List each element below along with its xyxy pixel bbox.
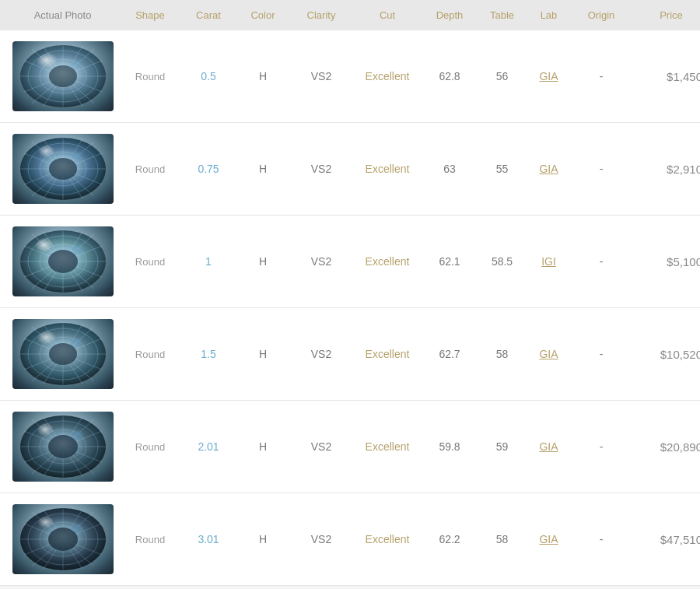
cell-table-6: 58 <box>477 533 527 545</box>
cell-price-5: $20,890 <box>632 440 700 454</box>
svg-point-26 <box>36 145 64 167</box>
cell-shape-3: Round <box>119 256 181 268</box>
cell-table-4: 58 <box>477 348 527 360</box>
cell-price-3: $5,100 <box>632 255 700 268</box>
diamond-photo-3 <box>6 222 119 301</box>
cell-depth-5: 59.8 <box>422 440 477 453</box>
cell-carat-4: 1.5 <box>181 348 236 360</box>
cell-clarity-3: VS2 <box>290 255 352 268</box>
cell-price-1: $1,450 <box>632 70 700 83</box>
diamond-image-4 <box>12 319 114 389</box>
cell-carat-6: 3.01 <box>181 533 236 545</box>
cell-cut-5: Excellent <box>352 440 422 453</box>
diamond-table: Actual Photo Shape Carat Color Clarity C… <box>0 0 700 586</box>
cell-lab-5[interactable]: GIA <box>527 440 570 453</box>
header-table: Table <box>477 9 527 21</box>
cell-color-2: H <box>236 163 290 175</box>
svg-point-83 <box>71 524 83 533</box>
cell-table-2: 55 <box>477 163 527 175</box>
cell-table-3: 58.5 <box>477 255 527 268</box>
header-clarity: Clarity <box>290 9 352 21</box>
diamond-image-2 <box>12 134 114 204</box>
cell-cut-3: Excellent <box>352 255 422 268</box>
cell-carat-5: 2.01 <box>181 440 236 453</box>
table-row: Round 0.75 H VS2 Excellent 63 55 GIA - $… <box>0 123 700 216</box>
diamond-photo-4 <box>6 314 119 394</box>
header-photo: Actual Photo <box>6 9 119 21</box>
cell-depth-3: 62.1 <box>422 255 477 268</box>
cell-depth-2: 63 <box>422 163 477 175</box>
cell-origin-5: - <box>570 440 632 453</box>
cell-lab-3[interactable]: IGI <box>527 255 570 268</box>
diamond-photo-5 <box>6 407 119 486</box>
cell-shape-6: Round <box>119 534 181 545</box>
header-origin: Origin <box>570 9 632 21</box>
cell-cut-4: Excellent <box>352 348 422 360</box>
diamond-svg-2 <box>12 134 114 204</box>
cell-origin-2: - <box>570 163 632 175</box>
svg-point-69 <box>71 430 83 440</box>
cell-origin-6: - <box>570 533 632 545</box>
cell-shape-2: Round <box>119 163 181 175</box>
cell-table-5: 59 <box>477 440 527 453</box>
cell-clarity-6: VS2 <box>290 533 352 545</box>
cell-depth-1: 62.8 <box>422 70 477 82</box>
header-lab: Lab <box>527 9 570 21</box>
svg-point-13 <box>68 60 81 69</box>
cell-clarity-4: VS2 <box>290 348 352 360</box>
cell-table-1: 56 <box>477 70 527 82</box>
cell-clarity-1: VS2 <box>290 70 352 82</box>
cell-color-5: H <box>236 440 290 453</box>
table-row: Round 1 H VS2 Excellent 62.1 58.5 IGI - … <box>0 216 700 308</box>
diamond-photo-2 <box>6 129 119 209</box>
diamond-svg-1 <box>12 41 114 111</box>
cell-cut-1: Excellent <box>352 70 422 82</box>
diamond-photo-1 <box>6 37 119 116</box>
diamond-svg-6 <box>12 504 114 574</box>
svg-point-54 <box>36 331 65 352</box>
table-row: Round 3.01 H VS2 Excellent 62.2 58 GIA -… <box>0 493 700 586</box>
diamond-svg-5 <box>12 412 114 482</box>
svg-point-12 <box>36 53 67 76</box>
header-price: Price <box>632 9 700 21</box>
cell-origin-4: - <box>570 348 632 360</box>
cell-origin-3: - <box>570 255 632 268</box>
cell-cut-6: Excellent <box>352 533 422 545</box>
svg-point-27 <box>71 152 82 160</box>
cell-color-3: H <box>236 255 290 268</box>
cell-carat-2: 0.75 <box>181 163 236 175</box>
cell-lab-4[interactable]: GIA <box>527 348 570 360</box>
svg-point-82 <box>36 516 64 536</box>
cell-lab-6[interactable]: GIA <box>527 533 570 545</box>
cell-color-4: H <box>236 348 290 360</box>
header-cut: Cut <box>352 9 422 21</box>
cell-cut-2: Excellent <box>352 163 422 175</box>
header-shape: Shape <box>119 9 181 21</box>
cell-lab-1[interactable]: GIA <box>527 70 570 82</box>
cell-depth-4: 62.7 <box>422 348 477 360</box>
cell-color-1: H <box>236 70 290 82</box>
diamond-photo-6 <box>6 500 119 579</box>
cell-carat-1: 0.5 <box>181 70 236 82</box>
diamond-svg-4 <box>12 319 114 389</box>
svg-point-55 <box>70 338 82 347</box>
cell-price-4: $10,520 <box>632 348 700 361</box>
svg-point-40 <box>34 237 64 261</box>
diamond-image-6 <box>12 504 114 574</box>
header-color: Color <box>236 9 290 21</box>
cell-depth-6: 62.2 <box>422 533 477 545</box>
cell-shape-5: Round <box>119 441 181 453</box>
cell-carat-3: 1 <box>181 255 236 268</box>
svg-point-41 <box>72 245 84 254</box>
svg-point-68 <box>36 422 64 444</box>
cell-shape-4: Round <box>119 349 181 360</box>
cell-shape-1: Round <box>119 71 181 82</box>
table-row: Round 0.5 H VS2 Excellent 62.8 56 GIA - … <box>0 30 700 123</box>
header-carat: Carat <box>181 9 236 21</box>
cell-lab-2[interactable]: GIA <box>527 163 570 175</box>
diamond-image-1 <box>12 41 114 111</box>
cell-clarity-5: VS2 <box>290 440 352 453</box>
diamond-image-5 <box>12 412 114 482</box>
cell-price-6: $47,510 <box>632 533 700 546</box>
diamond-image-3 <box>12 226 114 296</box>
